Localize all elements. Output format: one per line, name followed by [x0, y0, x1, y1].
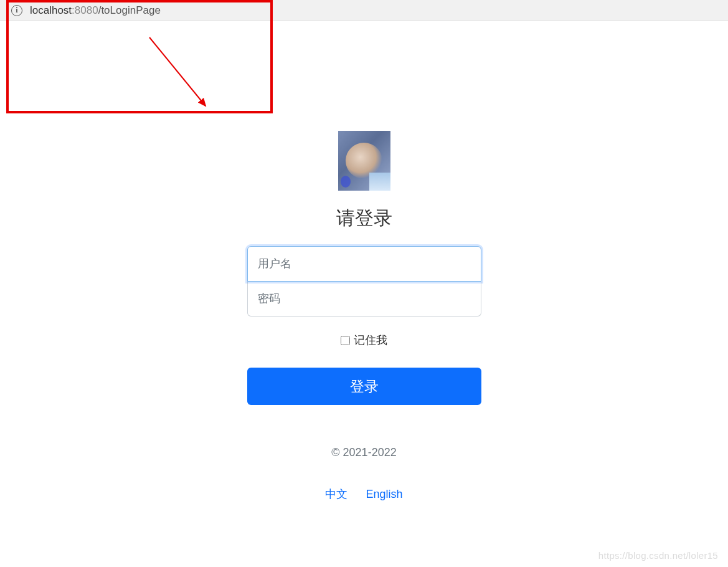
login-title: 请登录	[336, 206, 392, 231]
browser-address-bar[interactable]: i localhost:8080/toLoginPage	[0, 0, 728, 21]
remember-me-row[interactable]: 记住我	[341, 333, 387, 348]
lang-link-en[interactable]: English	[366, 488, 402, 500]
remember-me-label: 记住我	[354, 333, 387, 348]
annotation-arrow-icon	[131, 31, 218, 118]
watermark-text: https://blog.csdn.net/loler15	[598, 550, 718, 561]
username-input[interactable]	[247, 246, 481, 282]
language-switcher: 中文 English	[325, 487, 402, 502]
info-icon: i	[11, 5, 22, 16]
url-path: /toLoginPage	[98, 4, 161, 16]
lang-link-zh[interactable]: 中文	[325, 488, 347, 500]
url-host: localhost	[30, 4, 72, 16]
avatar	[338, 131, 390, 191]
remember-me-checkbox[interactable]	[341, 336, 350, 345]
copyright-text: © 2021-2022	[331, 446, 396, 459]
login-button[interactable]: 登录	[247, 368, 481, 405]
url-port: :8080	[72, 4, 98, 16]
url-text: localhost:8080/toLoginPage	[30, 4, 161, 17]
password-input[interactable]	[247, 281, 481, 317]
login-form: 请登录 记住我 登录 © 2021-2022 中文 English	[246, 131, 483, 502]
svg-line-0	[149, 37, 206, 106]
